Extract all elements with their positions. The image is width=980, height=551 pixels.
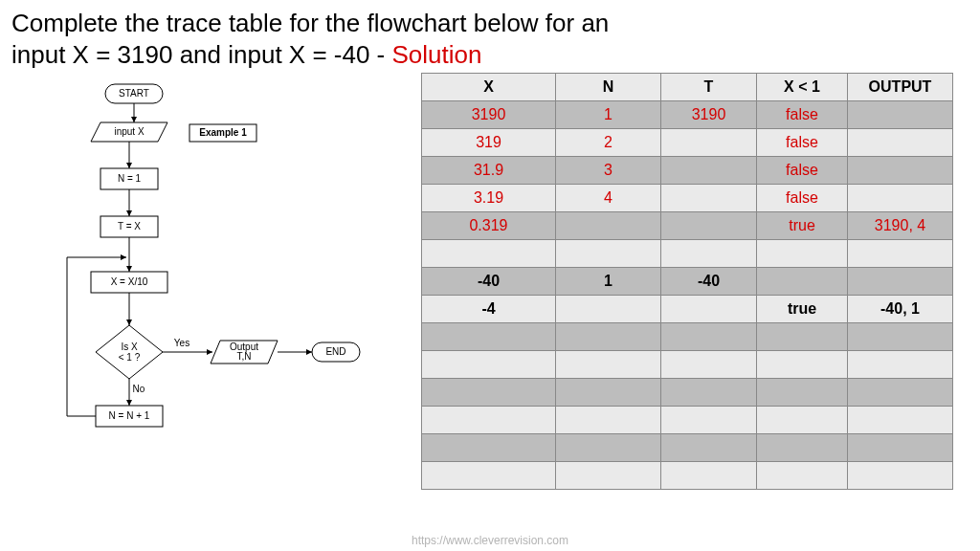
cell-t	[661, 462, 757, 490]
flowchart-output-2: T,N	[237, 351, 252, 362]
table-row: -4true-40, 1	[422, 296, 953, 323]
col-header-xlt1: X < 1	[757, 74, 848, 101]
cell-t	[661, 407, 757, 434]
cell-n	[556, 434, 661, 462]
table-row: -401-40	[422, 268, 953, 296]
cell-n: 1	[556, 101, 661, 129]
flowchart-xdiv: X = X/10	[111, 276, 148, 287]
cell-n: 2	[556, 129, 661, 157]
cell-output	[848, 434, 953, 462]
cell-xlt1: false	[757, 157, 848, 185]
cell-n	[556, 379, 661, 407]
flowchart-decision-2: < 1 ?	[119, 352, 141, 363]
flowchart-yes: Yes	[174, 338, 189, 348]
cell-x: -40	[422, 268, 556, 296]
cell-t	[661, 129, 757, 157]
cell-output	[848, 101, 953, 129]
table-row: 3192false	[422, 129, 953, 157]
cell-t	[661, 157, 757, 185]
cell-output	[848, 240, 953, 268]
cell-xlt1	[757, 462, 848, 490]
cell-x: 31.9	[422, 157, 556, 185]
cell-output	[848, 129, 953, 157]
table-row	[422, 379, 953, 407]
cell-n	[556, 351, 661, 379]
flowchart-input: input X	[114, 126, 144, 137]
flowchart-end: END	[325, 346, 345, 357]
cell-t: -40	[661, 268, 757, 296]
table-row: 319013190false	[422, 101, 953, 129]
cell-output	[848, 379, 953, 407]
table-row: 0.319true3190, 4	[422, 212, 953, 240]
cell-output	[848, 351, 953, 379]
cell-x	[422, 323, 556, 351]
cell-output	[848, 157, 953, 185]
table-row	[422, 407, 953, 434]
cell-x	[422, 240, 556, 268]
col-header-n: N	[556, 74, 661, 101]
cell-t	[661, 185, 757, 212]
cell-xlt1: false	[757, 129, 848, 157]
flowchart-decision-1: Is X	[121, 342, 138, 352]
cell-xlt1	[757, 268, 848, 296]
flowchart-diagram: START input X Example 1 N = 1 T = X X = …	[19, 80, 402, 530]
flowchart-example: Example 1	[199, 127, 247, 138]
cell-n	[556, 240, 661, 268]
table-row	[422, 351, 953, 379]
cell-t: 3190	[661, 101, 757, 129]
cell-output: 3190, 4	[848, 212, 953, 240]
flowchart-tx: T = X	[118, 221, 141, 231]
cell-n	[556, 462, 661, 490]
cell-n: 3	[556, 157, 661, 185]
cell-t	[661, 434, 757, 462]
cell-x	[422, 462, 556, 490]
cell-t	[661, 379, 757, 407]
col-header-x: X	[422, 74, 556, 101]
cell-t	[661, 212, 757, 240]
cell-xlt1	[757, 434, 848, 462]
cell-n	[556, 212, 661, 240]
cell-x: 0.319	[422, 212, 556, 240]
cell-x: -4	[422, 296, 556, 323]
cell-n: 4	[556, 185, 661, 212]
cell-n	[556, 407, 661, 434]
title-solution: Solution	[392, 40, 482, 69]
trace-table: X N T X < 1 OUTPUT 319013190false3192fal…	[421, 73, 953, 490]
title-main: Complete the trace table for the flowcha…	[11, 9, 609, 69]
col-header-t: T	[661, 74, 757, 101]
cell-x: 3.19	[422, 185, 556, 212]
cell-output: -40, 1	[848, 296, 953, 323]
col-header-output: OUTPUT	[848, 74, 953, 101]
table-row	[422, 323, 953, 351]
cell-xlt1: true	[757, 296, 848, 323]
cell-x: 319	[422, 129, 556, 157]
table-header-row: X N T X < 1 OUTPUT	[422, 74, 953, 101]
page-title: Complete the trace table for the flowcha…	[11, 8, 662, 70]
cell-xlt1	[757, 351, 848, 379]
cell-output	[848, 462, 953, 490]
cell-x: 3190	[422, 101, 556, 129]
cell-t	[661, 240, 757, 268]
cell-xlt1	[757, 379, 848, 407]
cell-xlt1: true	[757, 212, 848, 240]
cell-t	[661, 296, 757, 323]
footer-url: https://www.cleverrevision.com	[0, 534, 980, 547]
table-row	[422, 462, 953, 490]
flowchart-n1: N = 1	[118, 173, 142, 184]
flowchart-nplus: N = N + 1	[109, 410, 150, 421]
cell-xlt1: false	[757, 101, 848, 129]
table-row	[422, 240, 953, 268]
table-row: 3.194false	[422, 185, 953, 212]
cell-t	[661, 323, 757, 351]
cell-xlt1: false	[757, 185, 848, 212]
cell-x	[422, 351, 556, 379]
flowchart-start: START	[119, 88, 149, 99]
cell-x	[422, 379, 556, 407]
cell-t	[661, 351, 757, 379]
cell-n	[556, 296, 661, 323]
table-row: 31.93false	[422, 157, 953, 185]
flowchart-no: No	[133, 384, 145, 394]
cell-output	[848, 407, 953, 434]
cell-n: 1	[556, 268, 661, 296]
table-row	[422, 434, 953, 462]
